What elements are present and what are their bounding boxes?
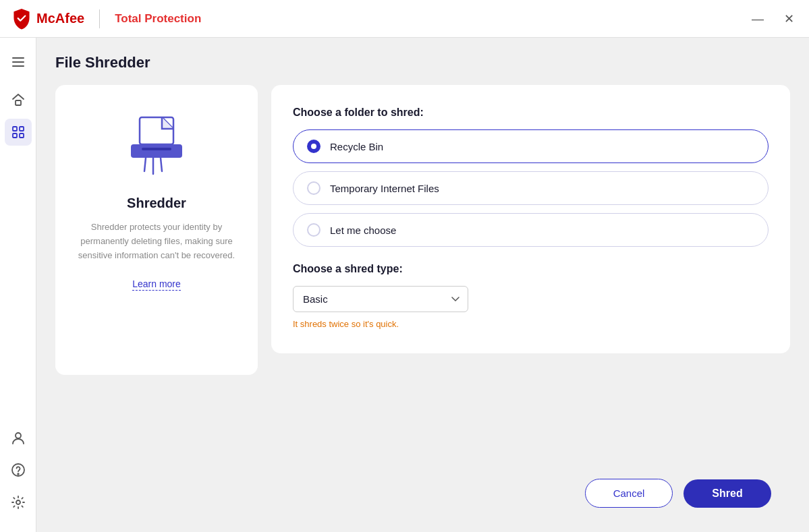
cancel-button[interactable]: Cancel	[585, 479, 673, 508]
svg-point-8	[16, 433, 21, 438]
shred-type-section: Choose a shred type: Basic Standard Adva…	[293, 263, 769, 329]
shred-button[interactable]: Shred	[684, 479, 771, 508]
option-let-me-choose-label: Let me choose	[330, 225, 396, 236]
sidebar-menu-icon[interactable]	[5, 49, 32, 76]
sidebar-help-item[interactable]	[5, 456, 32, 483]
shredder-svg-icon	[116, 112, 197, 179]
right-panel: Choose a folder to shred: Recycle Bin Te…	[271, 85, 790, 353]
home-icon	[11, 92, 26, 107]
left-panel: Shredder Shredder protects your identity…	[55, 85, 258, 375]
shred-type-select[interactable]: Basic Standard Advanced	[293, 286, 468, 312]
app-logo: McAfee Total Protection	[11, 8, 201, 30]
sidebar-home-item[interactable]	[5, 86, 32, 113]
product-name: Total Protection	[115, 12, 201, 26]
title-bar: McAfee Total Protection — ✕	[0, 0, 809, 38]
svg-line-15	[144, 158, 146, 171]
close-button[interactable]: ✕	[780, 10, 798, 28]
option-temp-files-label: Temporary Internet Files	[330, 183, 439, 194]
sidebar-apps-item[interactable]	[5, 119, 32, 146]
panels-row: Shredder Shredder protects your identity…	[55, 85, 790, 465]
shredder-title: Shredder	[127, 196, 186, 211]
svg-rect-5	[20, 127, 24, 131]
option-recycle-bin-label: Recycle Bin	[330, 141, 383, 152]
svg-rect-6	[13, 134, 17, 138]
content-area: File Shredder	[36, 38, 809, 532]
person-icon	[11, 430, 26, 445]
option-let-me-choose[interactable]: Let me choose	[293, 213, 769, 247]
radio-let-me-choose	[307, 223, 320, 237]
option-recycle-bin[interactable]: Recycle Bin	[293, 129, 769, 163]
window-controls: — ✕	[748, 10, 798, 28]
sidebar-bottom	[5, 424, 32, 521]
help-icon	[11, 463, 26, 477]
folder-section-label: Choose a folder to shred:	[293, 107, 769, 119]
shredder-description: Shredder protects your identity by perma…	[72, 220, 242, 262]
svg-rect-13	[131, 144, 182, 158]
brand-name: McAfee	[36, 11, 84, 26]
option-temp-files[interactable]: Temporary Internet Files	[293, 171, 769, 205]
svg-rect-7	[20, 134, 24, 138]
gear-icon	[11, 495, 26, 510]
shred-type-label: Choose a shred type:	[293, 263, 769, 275]
minimize-button[interactable]: —	[748, 10, 768, 28]
radio-temp-files	[307, 181, 320, 195]
svg-line-17	[161, 158, 162, 171]
title-divider	[99, 9, 100, 28]
shred-hint: It shreds twice so it's quick.	[293, 319, 769, 329]
sidebar-settings-item[interactable]	[5, 489, 32, 516]
svg-point-11	[16, 500, 20, 504]
sidebar-profile-item[interactable]	[5, 424, 32, 451]
main-layout: File Shredder	[0, 38, 809, 532]
page-title: File Shredder	[55, 54, 790, 71]
sidebar	[0, 38, 36, 532]
learn-more-link[interactable]: Learn more	[132, 278, 181, 291]
bottom-action-row: Cancel Shred	[55, 465, 790, 516]
svg-rect-3	[16, 100, 21, 105]
svg-rect-4	[13, 127, 17, 131]
apps-icon	[11, 125, 26, 140]
svg-rect-14	[142, 148, 171, 150]
hamburger-icon	[11, 55, 26, 69]
svg-rect-12	[140, 117, 173, 144]
shredder-illustration	[116, 112, 197, 182]
mcafee-shield-icon	[11, 8, 32, 30]
radio-recycle-bin	[307, 140, 320, 153]
svg-point-10	[18, 473, 19, 475]
mcafee-logo: McAfee	[11, 8, 84, 30]
